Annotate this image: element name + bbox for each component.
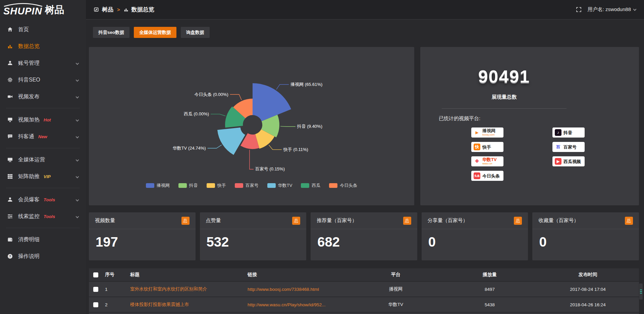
sidebar-item-help-doc[interactable]: ?操作说明 (0, 248, 86, 265)
cell-plays: 8497 (443, 287, 537, 292)
stat-card-label: 分享量（百家号） (428, 217, 468, 224)
legend-swatch (235, 183, 243, 188)
cell-url-link[interactable]: http://www.boosj.com/7338468.html (245, 287, 349, 292)
pie-label-1: 抖音 (9.40%) (297, 124, 322, 129)
total-label: 展现量总数 (439, 94, 570, 100)
cell-plays: 5438 (443, 302, 537, 307)
tab-2[interactable]: 询盘数据 (181, 27, 210, 38)
legend-item-1[interactable]: 抖音 (178, 182, 198, 189)
username-menu[interactable]: 用户名: zswodun88 (588, 6, 636, 13)
sidebar-item-douketong[interactable]: 抖客通New (0, 128, 86, 145)
platforms-col-left: ▶播视网boosj.com快快手※华数TVwasu.cn头条今日头条 (471, 127, 503, 181)
total-badge[interactable]: 总 (181, 217, 190, 225)
platform-sub: wasu.cn (482, 162, 497, 165)
legend-item-6[interactable]: 今日头条 (329, 182, 357, 189)
video-heat-icon (7, 117, 13, 123)
username-label: 用户名: zswodun88 (588, 6, 631, 13)
app-root: 树品 > 数据总览 用户名: zswodun88 (0, 0, 644, 314)
platform-badge-left-2[interactable]: ※华数TVwasu.cn (471, 156, 503, 166)
tab-1[interactable]: 全媒体运营数据 (134, 27, 176, 38)
sidebar-item-douyin-seo[interactable]: 抖音SEO (0, 71, 86, 88)
video-table: 序号标题链接平台播放量发布时间1室外水纹灯和室内水纹灯的区别和简介http://… (89, 268, 639, 314)
chevron-down-icon (76, 61, 79, 65)
sidebar-item-lead-monitor[interactable]: 线索监控Tools (0, 208, 86, 225)
cell-title-link[interactable]: 室外水纹灯和室内水纹灯的区别和简介 (127, 286, 245, 292)
pie-label-line-0 (276, 85, 289, 90)
sidebar-item-matrix-boost[interactable]: 矩阵助推VIP (0, 168, 86, 185)
pie-slice-4[interactable] (217, 127, 245, 155)
logo-text-cn: 树品 (45, 3, 64, 17)
breadcrumb-current[interactable]: 数据总览 (131, 6, 154, 13)
legend-label: 今日头条 (340, 182, 357, 189)
platform-badge-right-1[interactable]: 百百家号 (552, 142, 585, 152)
total-badge[interactable]: 总 (514, 217, 522, 225)
row-checkbox-cell (89, 302, 102, 307)
stat-card-3: 分享量（百家号）总0 (422, 212, 528, 260)
platform-logo-icon: ※ (474, 158, 480, 165)
stat-card-value: 197 (96, 234, 196, 250)
pie-slice-0[interactable] (253, 83, 291, 121)
douketong-icon (7, 134, 13, 140)
sidebar-item-label: 账号管理 (18, 60, 40, 67)
stat-card-label: 推荐量（百家号） (317, 217, 357, 224)
sidebar-item-consume-detail[interactable]: 消费明细 (0, 231, 86, 248)
sidebar-item-label: 抖客通 (18, 133, 34, 140)
breadcrumb-separator: > (117, 7, 120, 12)
sidebar-item-home[interactable]: 首页 (0, 21, 86, 38)
legend-item-2[interactable]: 快手 (207, 182, 226, 189)
sidebar-item-label: 首页 (18, 26, 29, 33)
sidebar-item-video-publish[interactable]: 视频发布 (0, 88, 86, 105)
chevron-down-icon (76, 95, 79, 98)
platform-name: 西瓜视频 (564, 160, 581, 163)
total-badge[interactable]: 总 (403, 217, 411, 225)
pie-label-6: 今日头条 (0.00%) (195, 92, 228, 97)
select-all-checkbox[interactable] (93, 272, 98, 277)
chart-legend: 播视网抖音快手百家号华数TV西瓜今日头条 (89, 182, 414, 189)
legend-swatch (267, 183, 276, 188)
sidebar-item-video-heat[interactable]: 视频加热Hot (0, 111, 86, 128)
cell-seq: 2 (102, 302, 127, 307)
total-badge[interactable]: 总 (625, 217, 633, 225)
platform-badge-right-2[interactable]: ▶西瓜视频 (552, 156, 585, 166)
sidebar-item-label: 数据总览 (18, 43, 40, 50)
legend-item-0[interactable]: 播视网 (146, 182, 170, 189)
sidebar-item-account-manage[interactable]: 账号管理 (0, 55, 86, 71)
platform-badge-right-0[interactable]: ♪抖音 (552, 127, 585, 138)
sidebar-item-omni-media[interactable]: 全媒体运营 (0, 151, 86, 168)
divider (442, 108, 567, 109)
pie-label-0: 播视网 (65.61%) (290, 82, 322, 87)
pie-label-line-3 (250, 150, 254, 169)
legend-item-4[interactable]: 华数TV (267, 182, 292, 189)
pie-label-4: 华数TV (24.74%) (173, 146, 206, 151)
platform-badge-left-3[interactable]: 头条今日头条 (471, 171, 503, 181)
legend-item-5[interactable]: 西瓜 (301, 182, 320, 189)
platform-name: 今日头条 (482, 174, 500, 178)
sidebar-badge-tools: Tools (44, 197, 55, 202)
cell-title-link[interactable]: 楼体投影灯投影效果震撼上市 (127, 302, 245, 308)
app-logo[interactable]: SHUPIN 树品 (0, 0, 86, 19)
stat-card-value: 0 (539, 234, 639, 250)
sidebar-item-label: 操作说明 (18, 253, 40, 260)
chevron-down-icon (76, 215, 79, 218)
pie-label-line-2 (269, 145, 281, 150)
stat-card-4: 收藏量（百家号）总0 (532, 212, 639, 260)
cell-time: 2018-04-26 16:24 (537, 302, 639, 307)
sidebar-item-label: 抖音SEO (18, 76, 40, 84)
breadcrumb-root[interactable]: 树品 (102, 6, 113, 13)
sidebar-item-data-overview[interactable]: 数据总览 (0, 38, 86, 55)
scrollbar-thumb[interactable] (639, 283, 643, 300)
platform-badge-left-0[interactable]: ▶播视网boosj.com (471, 127, 503, 138)
total-badge[interactable]: 总 (292, 217, 300, 225)
row-checkbox[interactable] (93, 287, 98, 292)
sidebar-item-member-baoke[interactable]: 会员爆客Tools (0, 191, 86, 208)
topbar-right: 用户名: zswodun88 (576, 6, 636, 13)
pie-label-3: 百家号 (0.15%) (255, 166, 285, 171)
platform-badge-left-1[interactable]: 快快手 (471, 142, 503, 152)
table-row-1: 2楼体投影灯投影效果震撼上市http://www.wasu.cn/Play/sh… (89, 297, 639, 312)
row-checkbox[interactable] (93, 302, 98, 307)
tab-0[interactable]: 抖音seo数据 (93, 27, 129, 38)
fullscreen-icon[interactable] (576, 7, 582, 12)
cell-url-link[interactable]: http://www.wasu.cn/Play/show/id/952... (245, 302, 349, 307)
rose-chart: 播视网 (65.61%)抖音 (9.40%)快手 (0.11%)百家号 (0.1… (89, 47, 414, 205)
legend-item-3[interactable]: 百家号 (235, 182, 259, 189)
